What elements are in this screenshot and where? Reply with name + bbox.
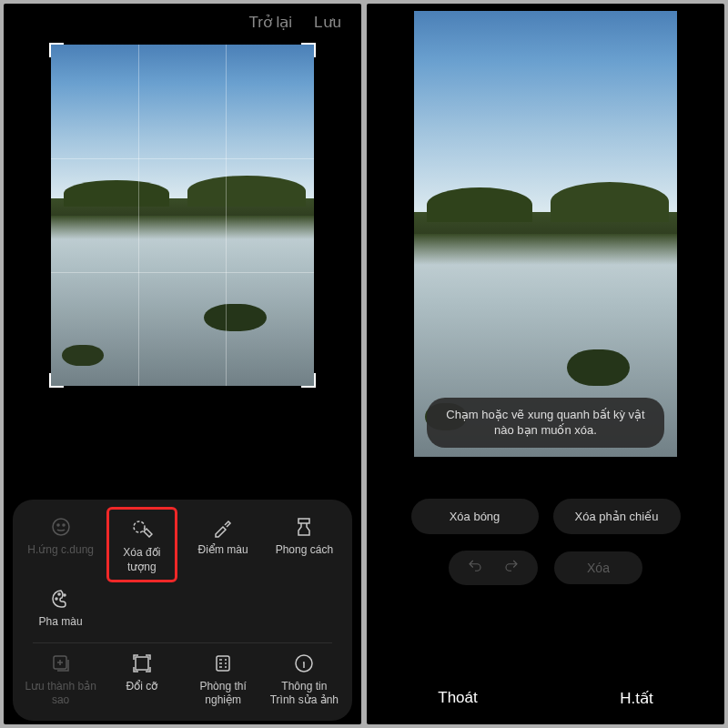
done-button[interactable]: H.tất	[620, 689, 652, 708]
tool-label: Xóa đối tượng	[115, 546, 170, 574]
tool-object-eraser[interactable]: Xóa đối tượng	[106, 507, 178, 582]
brush-icon	[293, 516, 315, 538]
svg-point-2	[63, 524, 65, 526]
svg-rect-8	[136, 657, 148, 670]
resize-icon	[131, 652, 153, 674]
photo-preview	[414, 11, 677, 457]
tool-label: Pha màu	[39, 615, 83, 630]
tool-info[interactable]: Thông tin Trình sửa ảnh	[268, 652, 340, 708]
tool-row-1: H.ứng c.dung Xóa đối tượng Điểm màu Phon…	[20, 516, 345, 582]
save-button[interactable]: Lưu	[314, 13, 341, 32]
tool-resize[interactable]: Đổi cỡ	[106, 652, 178, 694]
exit-button[interactable]: Thoát	[438, 689, 477, 708]
svg-rect-9	[217, 656, 229, 671]
undo-button[interactable]	[467, 558, 483, 578]
tool-row-bottom: Lưu thành bản sao Đổi cỡ Phòng thí nghiệ…	[20, 652, 345, 708]
tool-color-mix[interactable]: Pha màu	[25, 588, 96, 630]
panel-divider	[33, 642, 332, 643]
tool-label: H.ứng c.dung	[27, 543, 94, 558]
svg-point-5	[58, 593, 60, 595]
editor-header: Trở lại Lưu	[4, 4, 361, 39]
flask-icon	[212, 652, 234, 674]
svg-point-3	[134, 521, 145, 532]
svg-point-6	[64, 594, 66, 596]
edit-canvas[interactable]: Chạm hoặc vẽ xung quanh bất kỳ vật nào b…	[414, 11, 677, 457]
eraser-dashed-icon	[131, 519, 153, 541]
palette-icon	[50, 588, 72, 610]
erase-reflection-button[interactable]: Xóa phản chiếu	[553, 499, 681, 534]
back-button[interactable]: Trở lại	[248, 13, 292, 32]
undo-redo-group	[449, 551, 538, 585]
info-icon	[293, 652, 315, 674]
hint-tooltip: Chạm hoặc vẽ xung quanh bất kỳ vật nào b…	[427, 398, 664, 448]
tool-label: Lưu thành bản sao	[25, 680, 96, 708]
svg-point-1	[57, 524, 59, 526]
tool-label: Thông tin Trình sửa ảnh	[268, 680, 340, 708]
crop-handle-br[interactable]	[301, 373, 316, 388]
eraser-actions: Xóa bóng Xóa phản chiếu	[367, 499, 724, 534]
crop-handle-tr[interactable]	[301, 43, 316, 57]
delete-button[interactable]: Xóa	[554, 551, 642, 584]
tool-label: Phong cách	[276, 543, 333, 558]
edit-canvas[interactable]	[51, 45, 314, 386]
redo-button[interactable]	[503, 558, 520, 578]
svg-point-0	[53, 519, 69, 535]
bottom-bar: Thoát H.tất	[367, 689, 724, 708]
tool-label: Phòng thí nghiệm	[187, 680, 259, 708]
tool-label: Đổi cỡ	[126, 680, 158, 694]
history-row: Xóa	[367, 551, 724, 585]
crop-handle-bl[interactable]	[49, 373, 64, 388]
tool-color-picker[interactable]: Điểm màu	[187, 516, 259, 558]
svg-point-4	[56, 598, 57, 600]
tool-save-copy[interactable]: Lưu thành bản sao	[25, 652, 96, 708]
photo-preview	[51, 45, 314, 386]
save-copy-icon	[50, 652, 72, 674]
erase-shadow-button[interactable]: Xóa bóng	[411, 499, 539, 534]
tool-label: Điểm màu	[198, 543, 248, 558]
tool-row-2: Pha màu	[20, 588, 345, 630]
editor-screen-tools: Trở lại Lưu H.ứng c.dung Xóa đối tượng	[4, 4, 361, 724]
face-icon	[50, 516, 72, 538]
eyedropper-icon	[212, 516, 234, 538]
tool-portrait-effect[interactable]: H.ứng c.dung	[25, 516, 96, 558]
tool-labs[interactable]: Phòng thí nghiệm	[187, 652, 259, 708]
object-eraser-screen: Chạm hoặc vẽ xung quanh bất kỳ vật nào b…	[367, 4, 724, 724]
crop-handle-tl[interactable]	[49, 43, 64, 57]
tool-panel: H.ứng c.dung Xóa đối tượng Điểm màu Phon…	[13, 500, 352, 721]
tool-style[interactable]: Phong cách	[268, 516, 340, 558]
